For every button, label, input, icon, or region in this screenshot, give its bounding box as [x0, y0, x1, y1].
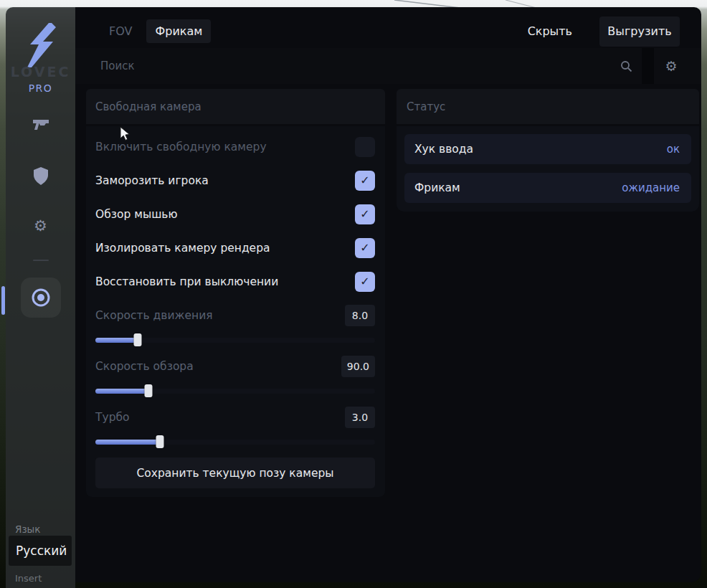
status-section-header: Статус	[397, 89, 699, 124]
status-label: Хук ввода	[414, 143, 473, 156]
slider-track	[95, 440, 375, 445]
check-icon: ✓	[360, 242, 369, 254]
slider-value: 90.0	[341, 356, 375, 377]
freecam-section-header: Свободная камера	[86, 89, 385, 124]
slider-track	[95, 389, 375, 394]
search-bar: Поиск ⚙	[75, 48, 701, 84]
sidebar-item-settings[interactable]: ⚙	[32, 217, 50, 235]
slider-label: Скорость движения	[95, 309, 213, 322]
toggle-label: Обзор мышью	[95, 208, 178, 221]
top-header: FOV Фрикам Скрыть Выгрузить	[75, 7, 701, 48]
check-icon: ✓	[360, 209, 369, 220]
toggle-label: Восстановить при выключении	[95, 275, 278, 288]
sidebar-divider	[33, 260, 49, 261]
freecam-card: Включить свободную камеру ✓ Заморозить и…	[86, 126, 385, 497]
hide-button[interactable]: Скрыть	[518, 19, 582, 44]
slider-thumb[interactable]	[156, 435, 163, 448]
toggle-label: Заморозить игрока	[95, 174, 209, 187]
slider-fill	[95, 440, 160, 445]
sidebar-active-indicator	[1, 286, 5, 315]
status-value: ок	[667, 143, 680, 156]
slider-fill	[95, 389, 148, 394]
slider-thumb[interactable]	[133, 333, 141, 346]
checkbox[interactable]: ✓	[355, 238, 375, 258]
search-divider	[642, 48, 654, 84]
check-icon: ✓	[360, 175, 369, 186]
sidebar-item-freecam[interactable]	[21, 278, 61, 318]
hotkey-key-label: Insert	[15, 573, 42, 584]
logo-badge: PRO	[6, 82, 75, 94]
search-icon[interactable]	[620, 60, 632, 72]
unload-button[interactable]: Выгрузить	[599, 16, 680, 47]
slider-fill	[95, 338, 138, 343]
toggle-label: Включить свободную камеру	[95, 141, 267, 153]
toggle-row-isolate-render-camera[interactable]: Изолировать камеру рендера ✓	[95, 231, 375, 265]
sidebar-item-defense[interactable]	[32, 166, 50, 185]
gear-icon: ⚙	[665, 58, 677, 74]
slider-thumb[interactable]	[145, 384, 153, 397]
checkbox[interactable]: ✓	[355, 272, 375, 292]
shield-icon	[33, 167, 49, 185]
slider-value: 8.0	[345, 305, 375, 326]
slider-move-speed[interactable]	[95, 331, 375, 349]
main-panel: FOV Фрикам Скрыть Выгрузить Поиск ⚙ Своб…	[75, 7, 701, 582]
tab-freecam[interactable]: Фрикам	[146, 19, 211, 43]
gear-icon: ⚙	[34, 217, 47, 234]
status-row-input-hook: Хук ввода ок	[404, 134, 691, 164]
status-row-freecam: Фрикам ожидание	[404, 173, 691, 203]
status-card: Хук ввода ок Фрикам ожидание	[397, 126, 699, 212]
language-select[interactable]: Русский	[9, 536, 72, 566]
status-label: Фрикам	[414, 181, 460, 194]
content-area: Свободная камера Включить свободную каме…	[75, 84, 701, 582]
toggle-row-mouse-look[interactable]: Обзор мышью ✓	[95, 197, 375, 231]
search-input[interactable]: Поиск	[100, 60, 620, 72]
slider-label: Скорость обзора	[95, 360, 194, 373]
checkbox[interactable]: ✓	[355, 137, 375, 157]
slider-group-move-speed: Скорость движения 8.0	[95, 300, 375, 349]
save-camera-pose-button[interactable]: Сохранить текущую позу камеры	[95, 457, 375, 488]
slider-group-look-speed: Скорость обзора 90.0	[95, 351, 375, 400]
language-label: Язык	[15, 523, 40, 535]
slider-value: 3.0	[345, 407, 375, 428]
lightning-logo-icon	[22, 23, 60, 67]
check-icon: ✓	[360, 276, 369, 288]
slider-group-turbo: Турбо 3.0	[95, 402, 375, 451]
toggle-row-freeze-player[interactable]: Заморозить игрока ✓	[95, 163, 375, 197]
cheat-menu-window: LOVEC PRO ⚙ Язык Русский Insert скрыть	[6, 7, 701, 588]
checkbox[interactable]: ✓	[355, 171, 375, 191]
logo-title: LOVEC	[6, 64, 75, 80]
status-value: ожидание	[622, 181, 680, 194]
freecam-column: Свободная камера Включить свободную каме…	[86, 89, 385, 582]
toggle-label: Изолировать камеру рендера	[95, 242, 270, 255]
record-icon	[30, 287, 52, 308]
slider-turbo[interactable]	[95, 432, 375, 451]
tab-fov[interactable]: FOV	[100, 19, 141, 43]
pistol-icon	[32, 118, 49, 132]
slider-look-speed[interactable]	[95, 381, 375, 400]
slider-track	[95, 338, 375, 343]
settings-gear-button[interactable]: ⚙	[657, 52, 685, 80]
toggle-row-enable-freecam[interactable]: Включить свободную камеру ✓	[95, 130, 375, 163]
hotkey-action-link[interactable]: скрыть	[15, 585, 52, 588]
slider-label: Турбо	[95, 411, 130, 424]
status-column: Статус Хук ввода ок Фрикам ожидание	[397, 89, 699, 582]
checkbox[interactable]: ✓	[355, 204, 375, 224]
sidebar: LOVEC PRO ⚙ Язык Русский Insert скрыть	[6, 7, 75, 588]
sidebar-item-weapons[interactable]	[32, 115, 50, 134]
toggle-row-restore-on-disable[interactable]: Восстановить при выключении ✓	[95, 265, 375, 298]
